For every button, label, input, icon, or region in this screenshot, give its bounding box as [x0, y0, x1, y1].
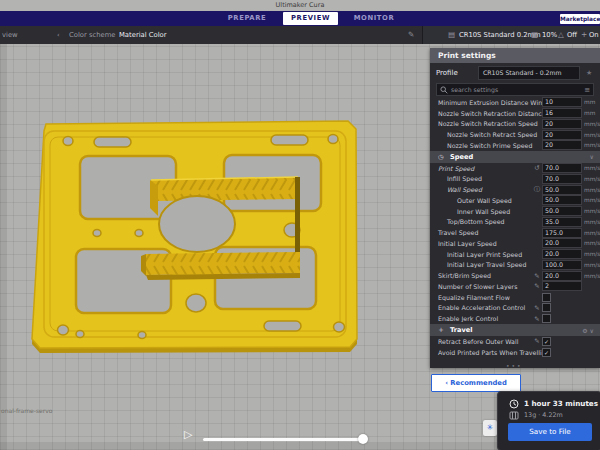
- pencil-icon[interactable]: ✎: [408, 26, 414, 44]
- setting-row: Initial Layer Print Speed20.0mm/s: [430, 249, 600, 260]
- pencil-icon[interactable]: ✎: [532, 315, 542, 323]
- simulation-slider[interactable]: [203, 438, 365, 441]
- chevron-left-icon[interactable]: ‹: [57, 26, 60, 44]
- cura-window: Ultimaker Cura PREPARE PREVIEW MONITOR M…: [0, 0, 600, 450]
- pencil-icon[interactable]: ✎: [532, 282, 542, 290]
- setting-value-field[interactable]: 175.0: [542, 228, 582, 238]
- setting-row: Equalize Filament Flow: [430, 292, 600, 303]
- pencil-icon[interactable]: ✎: [532, 337, 542, 345]
- recommended-button[interactable]: ‹ Recommended: [431, 374, 521, 392]
- setting-value-field[interactable]: 20.0: [542, 249, 582, 259]
- setting-value-field[interactable]: 16: [542, 108, 582, 118]
- setting-value-field[interactable]: 20.0: [542, 238, 582, 248]
- view-mode-dropdown[interactable]: view: [2, 26, 18, 44]
- model-3d[interactable]: [10, 114, 410, 414]
- marketplace-button[interactable]: Marketplace: [560, 14, 600, 24]
- print-setup-bar[interactable]: ▤ CR10S Standard 0.2mm ▦ 10% △ Off + On: [422, 26, 600, 44]
- setting-row: Nozzle Switch Retraction Distance16mm: [430, 108, 600, 119]
- tab-monitor[interactable]: MONITOR: [345, 11, 403, 26]
- settings-section-travel[interactable]: +Travel⚙ ∨: [430, 324, 600, 336]
- panel-resize-handle[interactable]: •••: [506, 362, 523, 369]
- filter-icon[interactable]: ≡: [584, 86, 590, 94]
- tab-preview[interactable]: PREVIEW: [283, 12, 338, 25]
- setting-row: Nozzle Switch Prime Speed20mm/s: [430, 140, 600, 151]
- setting-value-field[interactable]: 50.0: [542, 206, 582, 216]
- setting-checkbox[interactable]: ✓: [542, 348, 551, 357]
- setting-value-field[interactable]: 20: [542, 130, 582, 140]
- setting-value-field[interactable]: 20: [542, 119, 582, 129]
- setting-checkbox[interactable]: [542, 314, 551, 323]
- support-value[interactable]: Off: [567, 26, 577, 44]
- printer-profile-selector[interactable]: CR10S Standard 0.2mm: [459, 26, 541, 44]
- setting-label: Initial Layer Speed: [430, 240, 542, 247]
- tab-prepare[interactable]: PREPARE: [218, 11, 276, 26]
- pencil-icon[interactable]: ✎: [532, 272, 542, 280]
- setting-row: Top/Bottom Speed35.0mm/s: [430, 217, 600, 228]
- simulation-slider-handle[interactable]: [358, 434, 368, 444]
- infill-value[interactable]: 10%: [542, 26, 557, 44]
- setting-label: Print Speed: [430, 165, 532, 172]
- setting-value-field[interactable]: 20.0: [542, 271, 582, 281]
- play-button[interactable]: ▷: [184, 428, 192, 441]
- object-list-item[interactable]: onal-frame-servo: [1, 407, 52, 414]
- search-icon: [440, 86, 448, 94]
- setting-value-field[interactable]: 20: [542, 140, 582, 150]
- setting-value-field[interactable]: 70.0: [542, 163, 582, 173]
- chevron-down-icon[interactable]: ∨: [590, 327, 594, 334]
- setting-unit: mm/s: [582, 165, 600, 171]
- viewport-edge-shade: [0, 44, 7, 450]
- save-to-file-button[interactable]: Save to File: [508, 423, 592, 441]
- setting-label: Initial Layer Travel Speed: [430, 261, 542, 268]
- secondary-toolbar: view ‹ Color scheme Material Color ✎ ▤ C…: [0, 26, 600, 44]
- star-icon[interactable]: ★: [586, 69, 592, 77]
- chevron-down-icon[interactable]: ∨: [590, 153, 594, 160]
- setting-row: Avoid Printed Parts When Travelling✓: [430, 347, 600, 358]
- setting-row: Nozzle Switch Retract Speed20mm/s: [430, 129, 600, 140]
- profile-label: Profile: [436, 69, 478, 77]
- support-icon: △: [558, 26, 564, 44]
- setting-row: Number of Slower Layers✎2: [430, 281, 600, 292]
- settings-section-speed[interactable]: ◷Speed∨: [430, 151, 600, 163]
- setting-row: Nozzle Switch Retraction Speed20mm/s: [430, 119, 600, 130]
- setting-row: Enable Acceleration Control✎: [430, 303, 600, 314]
- printer-icon: ▤: [448, 26, 455, 44]
- setting-row: Enable Jerk Control✎: [430, 313, 600, 324]
- spool-icon: [509, 411, 519, 420]
- setting-checkbox[interactable]: ✓: [542, 337, 551, 346]
- setting-value-field[interactable]: 70.0: [542, 174, 582, 184]
- setting-value-field[interactable]: 50.0: [542, 185, 582, 195]
- setting-unit: mm/s: [582, 240, 600, 246]
- info-icon[interactable]: ⓘ: [532, 185, 542, 194]
- window-title: Ultimaker Cura: [0, 0, 600, 11]
- gear-icon[interactable]: ⚙: [582, 327, 587, 334]
- setting-row: Initial Layer Speed20.0mm/s: [430, 238, 600, 249]
- pencil-icon[interactable]: ✎: [532, 304, 542, 312]
- setting-label: Initial Layer Print Speed: [430, 251, 542, 258]
- adhesion-value[interactable]: On: [589, 26, 599, 44]
- revert-icon[interactable]: ↺: [532, 164, 542, 172]
- travel-icon: +: [436, 326, 446, 334]
- setting-label: Number of Slower Layers: [430, 283, 532, 290]
- setting-label: Enable Jerk Control: [430, 315, 532, 322]
- setting-unit: mm/s: [582, 219, 600, 225]
- setting-label: Inner Wall Speed: [430, 208, 542, 215]
- clock-icon: [509, 399, 519, 409]
- setting-value-field[interactable]: 100.0: [542, 260, 582, 270]
- setting-row: Initial Layer Travel Speed100.0mm/s: [430, 260, 600, 271]
- setting-label: Retract Before Outer Wall: [430, 338, 532, 345]
- stage-navbar: PREPARE PREVIEW MONITOR Marketplace: [0, 11, 600, 26]
- setting-value-field[interactable]: 10: [542, 97, 582, 107]
- print-summary-panel: 1 hour 33 minutes 13g · 4.22m Save to Fi…: [497, 391, 600, 450]
- setting-value-field[interactable]: 2: [542, 281, 582, 291]
- section-label: Speed: [446, 153, 590, 161]
- setting-checkbox[interactable]: [542, 303, 551, 312]
- setting-value-field[interactable]: 50.0: [542, 195, 582, 205]
- color-scheme-value[interactable]: Material Color: [119, 26, 167, 44]
- setting-row: Travel Speed175.0mm/s: [430, 227, 600, 238]
- profile-dropdown[interactable]: CR10S Standard - 0.2mm: [478, 66, 580, 80]
- camera-tool-button[interactable]: ✳: [483, 420, 497, 436]
- setting-checkbox[interactable]: [542, 293, 551, 302]
- settings-search-input[interactable]: search settings ≡: [436, 83, 594, 96]
- print-settings-title: Print settings: [430, 48, 600, 63]
- setting-value-field[interactable]: 35.0: [542, 217, 582, 227]
